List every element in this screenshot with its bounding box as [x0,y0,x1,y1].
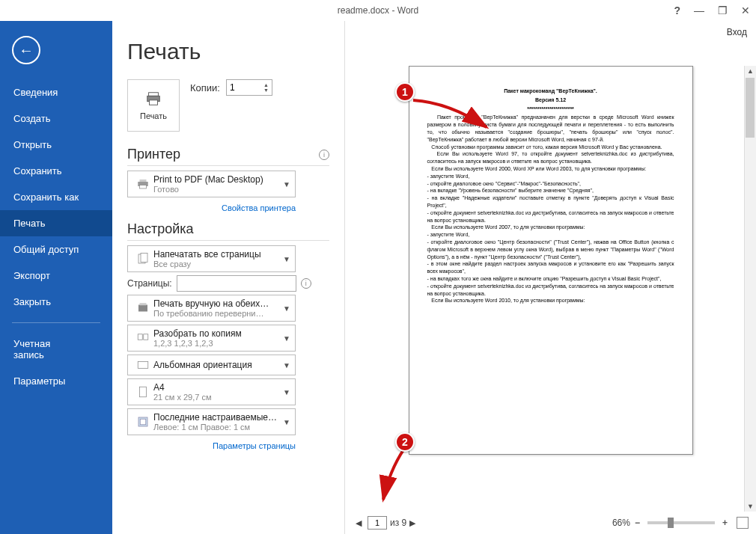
preview-scrollbar[interactable]: ▲ ▼ [744,66,756,512]
printer-info-icon[interactable]: i [319,150,329,160]
duplex-combo[interactable]: Печать вручную на обеих… По требованию п… [127,295,296,322]
zoom-value: 66% [612,518,630,528]
print-button[interactable]: Печать [127,79,180,132]
svg-rect-5 [140,185,147,189]
pages-info-icon[interactable]: i [301,278,311,289]
printer-combo[interactable]: Print to PDF (Mac Desktop) Готово ▼ [127,171,296,197]
settings-section-title: Настройка [127,221,194,237]
svg-rect-11 [144,334,148,340]
nav-export[interactable]: Экспорт [0,263,112,289]
back-arrow-icon: ← [19,42,34,59]
copies-label: Копии: [190,82,220,93]
help-icon[interactable]: ? [674,4,680,16]
nav-options[interactable]: Параметры [0,368,112,394]
svg-rect-4 [140,179,147,182]
svg-rect-12 [138,362,148,369]
svg-rect-15 [140,419,146,425]
paper-primary: A4 [153,382,283,393]
nav-new[interactable]: Создать [0,105,112,132]
backstage-sidebar: ← Сведения Создать Открыть Сохранить Сох… [0,21,112,534]
collate-secondary: 1,2,3 1,2,3 1,2,3 [153,339,283,348]
copies-stepper[interactable]: 1 ▲▼ [226,79,272,96]
orientation-icon [136,358,150,372]
page-title: Печать [127,39,329,64]
zoom-in-button[interactable]: + [718,518,732,528]
collate-icon [136,331,150,345]
orient-primary: Альбомная ориентация [153,360,283,370]
chevron-down-icon: ▼ [283,255,290,263]
page-setup-link[interactable]: Параметры страницы [213,441,296,450]
doc-stars: *********************** [427,105,674,113]
printer-section-title: Принтер [127,147,180,162]
annotation-marker-1: 1 [395,82,415,102]
paper-secondary: 21 см x 29,7 см [153,393,283,402]
print-settings-panel: Печать Печать Копии: 1 ▲▼ Принтер i [112,21,337,534]
print-button-label: Печать [140,111,167,120]
zoom-out-button[interactable]: − [630,518,644,528]
prev-page-button[interactable]: ◀ [353,518,365,528]
doc-body: Пакет программ "ВерТеКнижка" предназначе… [427,114,674,304]
chevron-down-icon: ▼ [283,304,290,313]
spinner-up-icon[interactable]: ▲ [263,82,269,88]
nav-save[interactable]: Сохранить [0,158,112,184]
svg-rect-10 [138,334,142,340]
scroll-down-icon[interactable]: ▼ [746,501,755,512]
minimize-icon[interactable]: — [694,4,704,16]
collate-combo[interactable]: Разобрать по копиям 1,2,3 1,2,3 1,2,3 ▼ [127,325,296,352]
chevron-down-icon: ▼ [283,361,290,369]
doc-title-2: Версия 5.12 [427,96,674,104]
svg-rect-13 [140,387,147,397]
page-number-input[interactable] [368,516,387,530]
chevron-down-icon: ▼ [283,418,290,426]
printer-name: Print to PDF (Mac Desktop) [153,174,283,185]
restore-icon[interactable]: ❐ [718,4,728,16]
zoom-fit-button[interactable] [737,517,749,529]
print-scope-combo[interactable]: Напечатать все страницы Все сразу ▼ [127,245,296,272]
doc-title-1: Пакет макрокоманд "ВерТеКнижка". [427,88,674,95]
nav-account[interactable]: Учетная запись [0,331,112,368]
window-title: readme.docx - Word [338,5,419,16]
collate-primary: Разобрать по копиям [153,328,283,339]
preview-page: Пакет макрокоманд "ВерТеКнижка". Версия … [409,66,693,455]
zoom-slider[interactable] [647,521,715,524]
scope-primary: Напечатать все страницы [153,249,283,260]
spinner-down-icon[interactable]: ▼ [263,88,269,93]
printer-props-link[interactable]: Свойства принтера [222,203,296,212]
printer-icon [145,90,162,107]
nav-print[interactable]: Печать [0,210,112,236]
copies-value: 1 [230,82,235,93]
preview-footer: ◀ из 9 ▶ 66% − + [345,512,756,534]
svg-rect-7 [141,254,147,263]
nav-open[interactable]: Открыть [0,132,112,158]
scroll-thumb[interactable] [746,78,755,138]
svg-rect-2 [150,100,158,105]
margins-primary: Последние настраиваемые… [153,412,283,423]
margins-combo[interactable]: Последние настраиваемые… Левое: 1 см Пра… [127,408,296,435]
duplex-icon [136,301,150,315]
pages-input[interactable] [177,275,296,292]
page-total-label: из 9 [390,518,406,528]
scroll-up-icon[interactable]: ▲ [746,66,755,76]
chevron-down-icon: ▼ [283,388,290,396]
svg-rect-8 [138,305,147,312]
nav-close[interactable]: Закрыть [0,289,112,315]
nav-info[interactable]: Сведения [0,79,112,105]
nav-saveas[interactable]: Сохранить как [0,184,112,210]
paper-combo[interactable]: A4 21 см x 29,7 см ▼ [127,378,296,405]
chevron-down-icon: ▼ [283,334,290,343]
printer-status: Готово [153,185,283,194]
paper-icon [136,385,150,399]
nav-share[interactable]: Общий доступ [0,236,112,263]
duplex-primary: Печать вручную на обеих… [153,298,283,309]
back-button[interactable]: ← [12,36,40,64]
margins-secondary: Левое: 1 см Правое: 1 см [153,423,283,432]
orientation-combo[interactable]: Альбомная ориентация ▼ [127,355,296,375]
svg-rect-0 [149,93,159,96]
pages-stack-icon [136,252,150,266]
close-icon[interactable]: ✕ [741,4,750,16]
pages-label: Страницы: [127,278,172,289]
annotation-marker-2: 2 [395,432,415,452]
next-page-button[interactable]: ▶ [406,518,418,528]
printer-device-icon [136,177,150,191]
margins-icon [136,415,150,429]
